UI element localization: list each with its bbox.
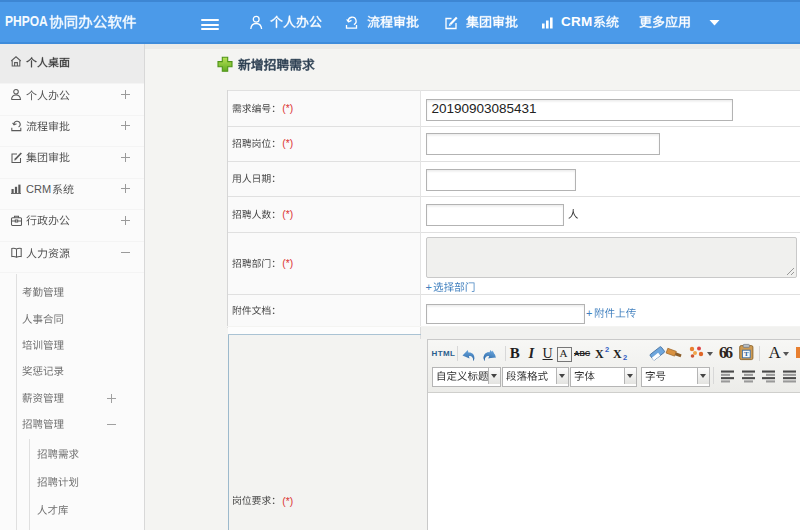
svg-text:T: T [744,350,749,358]
